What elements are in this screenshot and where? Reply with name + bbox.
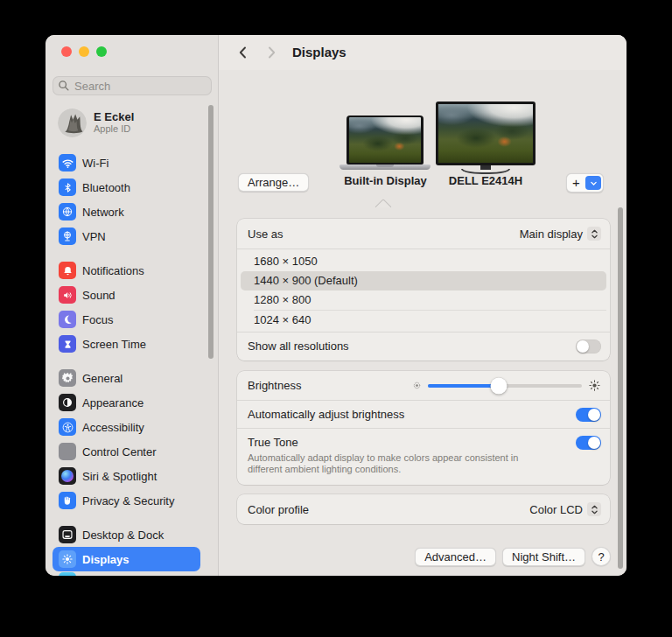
globe-icon — [59, 203, 76, 220]
color-profile-popup[interactable]: Color LCD — [529, 502, 601, 516]
moon-icon — [59, 311, 76, 328]
close-button[interactable] — [61, 46, 72, 57]
resolution-card: Use as Main display 1680 × 1050 1440 × 9… — [237, 219, 610, 360]
wallpaper-icon — [59, 572, 76, 576]
window-controls — [61, 46, 107, 57]
brightness-high-icon — [588, 379, 601, 392]
selected-display-caret — [373, 198, 394, 207]
sidebar-item-focus[interactable]: Focus — [52, 307, 200, 332]
displays-pane: Displays Arrange… Built-in Display DELL … — [219, 35, 626, 576]
sidebar-item-bluetooth[interactable]: Bluetooth — [52, 175, 200, 200]
brightness-label: Brightness — [248, 379, 301, 392]
add-display-button[interactable]: + — [566, 173, 604, 192]
show-all-resolutions-toggle[interactable] — [576, 340, 601, 354]
resolution-option[interactable]: 1680 × 1050 — [241, 252, 606, 271]
profile-subtitle: Apple ID — [94, 123, 134, 135]
color-profile-card: Color profile Color LCD — [237, 494, 610, 524]
color-profile-label: Color profile — [248, 503, 309, 516]
help-button[interactable]: ? — [592, 547, 611, 566]
accessibility-icon — [59, 418, 76, 436]
built-in-display-thumbnail[interactable] — [346, 116, 424, 164]
sidebar-item-control-center[interactable]: Control Center — [52, 439, 200, 464]
sidebar: E Eckel Apple ID Wi-Fi — [46, 35, 219, 576]
vpn-globe-icon — [59, 228, 76, 245]
sidebar-item-siri-spotlight[interactable]: Siri & Spotlight — [52, 464, 200, 488]
external-display-label: DELL E2414H — [436, 174, 536, 187]
display-brightness-icon — [59, 550, 76, 568]
brightness-card: Brightness — [237, 371, 610, 485]
use-as-popup[interactable]: Main display — [520, 227, 601, 241]
external-display-thumbnail[interactable] — [436, 102, 536, 165]
sidebar-item-network[interactable]: Network — [52, 200, 200, 224]
brightness-slider[interactable] — [428, 379, 582, 393]
true-tone-label: True Tone — [248, 436, 298, 449]
wifi-icon — [59, 154, 76, 172]
control-center-icon — [59, 443, 76, 460]
hand-icon — [59, 492, 76, 509]
auto-brightness-label: Automatically adjust brightness — [248, 408, 404, 421]
sidebar-item-vpn[interactable]: VPN — [52, 224, 200, 248]
appearance-icon — [59, 394, 76, 411]
arrange-button[interactable]: Arrange… — [238, 173, 309, 192]
sidebar-item-privacy-security[interactable]: Privacy & Security — [52, 488, 200, 513]
sidebar-scrollbar[interactable] — [208, 105, 214, 359]
apple-id-profile[interactable]: E Eckel Apple ID — [58, 105, 211, 140]
true-tone-toggle[interactable] — [576, 436, 601, 450]
sidebar-item-notifications[interactable]: Notifications — [52, 258, 200, 283]
back-button[interactable] — [236, 46, 250, 60]
resolution-option-selected[interactable]: 1440 × 900 (Default) — [241, 271, 606, 290]
show-all-resolutions-label: Show all resolutions — [248, 340, 349, 353]
advanced-button[interactable]: Advanced… — [415, 548, 496, 566]
sidebar-item-screen-time[interactable]: Screen Time — [52, 332, 200, 356]
sidebar-item-accessibility[interactable]: Accessibility — [52, 415, 200, 439]
laptop-base — [340, 164, 430, 170]
sidebar-item-general[interactable]: General — [52, 366, 200, 390]
sidebar-item-wifi[interactable]: Wi-Fi — [52, 150, 200, 175]
desktop-dock-icon — [59, 526, 76, 543]
resolution-list: 1680 × 1050 1440 × 900 (Default) 1280 × … — [237, 249, 610, 332]
speaker-icon — [59, 286, 76, 304]
zoom-button[interactable] — [96, 46, 107, 57]
footer-actions: Advanced… Night Shift… ? — [415, 547, 611, 566]
page-title: Displays — [292, 35, 346, 70]
siri-icon — [59, 467, 76, 485]
use-as-label: Use as — [248, 228, 283, 241]
minimize-button[interactable] — [79, 46, 89, 57]
plus-icon: + — [567, 174, 585, 192]
hourglass-icon — [59, 335, 76, 353]
system-settings-window: E Eckel Apple ID Wi-Fi — [46, 35, 626, 576]
sidebar-nav: Wi-Fi Bluetooth Network — [46, 150, 218, 576]
gear-icon — [59, 369, 76, 387]
forward-button[interactable] — [264, 46, 278, 60]
resolution-option[interactable]: 1024 × 640 — [241, 311, 606, 330]
sidebar-item-displays[interactable]: Displays — [52, 547, 200, 571]
sidebar-item-appearance[interactable]: Appearance — [52, 390, 200, 415]
bluetooth-icon — [59, 178, 76, 196]
content-scrollbar[interactable] — [618, 207, 623, 569]
resolution-option[interactable]: 1280 × 800 — [241, 290, 606, 310]
avatar — [58, 108, 87, 137]
built-in-display-label: Built-in Display — [322, 174, 449, 187]
true-tone-description: Automatically adapt display to make colo… — [248, 452, 550, 475]
bell-icon — [59, 262, 76, 279]
up-down-chevrons-icon — [587, 227, 601, 241]
up-down-chevrons-icon — [587, 502, 601, 516]
brightness-low-icon — [412, 381, 422, 390]
search-input[interactable] — [52, 76, 212, 95]
night-shift-button[interactable]: Night Shift… — [502, 548, 585, 566]
sidebar-item-desktop-dock[interactable]: Desktop & Dock — [52, 522, 200, 547]
sidebar-item-sound[interactable]: Sound — [52, 283, 200, 307]
auto-brightness-toggle[interactable] — [576, 408, 601, 422]
profile-name: E Eckel — [94, 110, 134, 123]
add-display-dropdown[interactable] — [585, 176, 601, 190]
toolbar: Displays — [219, 35, 626, 70]
chevron-down-icon — [590, 179, 598, 187]
brightness-slider-thumb[interactable] — [490, 378, 507, 395]
